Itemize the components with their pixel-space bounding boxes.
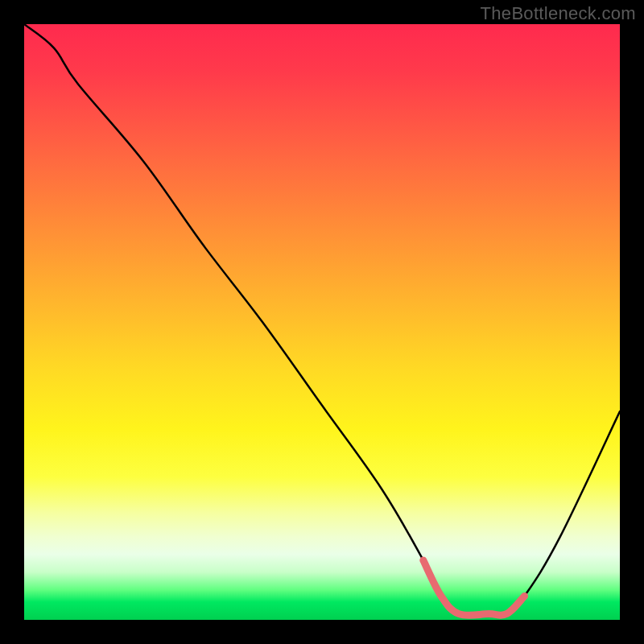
curve-layer — [24, 24, 620, 620]
main-curve-path — [24, 24, 620, 615]
optimal-zone-path — [423, 560, 525, 615]
watermark-text: TheBottleneck.com — [481, 3, 636, 24]
plot-area — [24, 24, 620, 620]
chart-container: TheBottleneck.com — [0, 0, 644, 644]
